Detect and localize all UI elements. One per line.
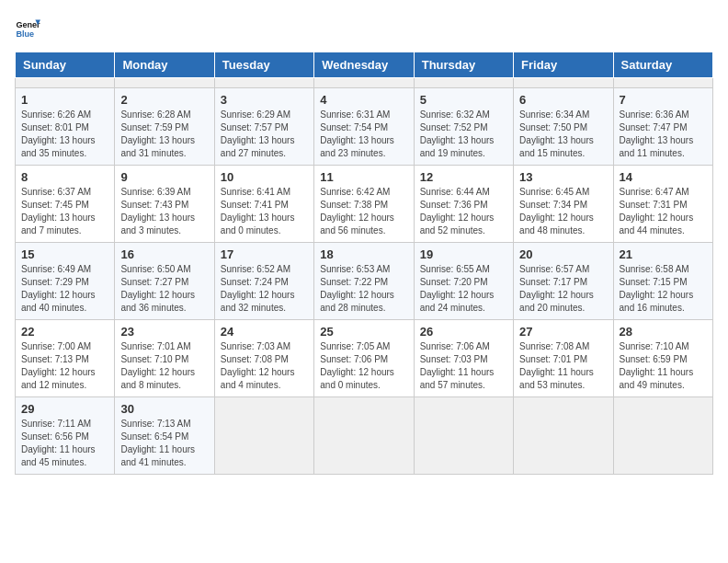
calendar-day-cell: [214, 397, 313, 475]
day-of-week-header: Friday: [514, 52, 613, 78]
calendar-day-cell: 13Sunrise: 6:45 AM Sunset: 7:34 PM Dayli…: [514, 166, 613, 243]
day-info: Sunrise: 6:28 AM Sunset: 7:59 PM Dayligh…: [120, 109, 208, 160]
calendar-day-cell: [16, 78, 115, 88]
day-info: Sunrise: 7:08 AM Sunset: 7:01 PM Dayligh…: [519, 340, 607, 392]
calendar-day-cell: [314, 78, 414, 88]
day-number: 20: [519, 247, 607, 261]
calendar-week-row: 22Sunrise: 7:00 AM Sunset: 7:13 PM Dayli…: [16, 320, 713, 397]
calendar-day-cell: 27Sunrise: 7:08 AM Sunset: 7:01 PM Dayli…: [514, 320, 613, 397]
calendar-day-cell: 4Sunrise: 6:31 AM Sunset: 7:54 PM Daylig…: [314, 88, 414, 166]
day-info: Sunrise: 6:55 AM Sunset: 7:20 PM Dayligh…: [420, 263, 507, 315]
day-info: Sunrise: 6:29 AM Sunset: 7:57 PM Dayligh…: [221, 109, 308, 160]
day-info: Sunrise: 6:37 AM Sunset: 7:45 PM Dayligh…: [21, 186, 108, 237]
day-number: 1: [21, 93, 108, 107]
calendar-day-cell: 9Sunrise: 6:39 AM Sunset: 7:43 PM Daylig…: [115, 166, 214, 243]
calendar-day-cell: 16Sunrise: 6:50 AM Sunset: 7:27 PM Dayli…: [115, 243, 214, 320]
day-info: Sunrise: 7:01 AM Sunset: 7:10 PM Dayligh…: [120, 340, 208, 392]
day-number: 17: [221, 247, 308, 261]
calendar-week-row: 8Sunrise: 6:37 AM Sunset: 7:45 PM Daylig…: [16, 166, 713, 243]
day-info: Sunrise: 6:34 AM Sunset: 7:50 PM Dayligh…: [519, 109, 607, 160]
calendar-day-cell: [414, 397, 513, 475]
day-of-week-header: Thursday: [414, 52, 513, 78]
day-info: Sunrise: 6:32 AM Sunset: 7:52 PM Dayligh…: [420, 109, 507, 160]
day-number: 24: [221, 325, 308, 339]
day-info: Sunrise: 6:53 AM Sunset: 7:22 PM Dayligh…: [320, 263, 407, 315]
calendar-day-cell: 20Sunrise: 6:57 AM Sunset: 7:17 PM Dayli…: [514, 243, 613, 320]
calendar: SundayMondayTuesdayWednesdayThursdayFrid…: [15, 52, 713, 475]
calendar-week-row: 1Sunrise: 6:26 AM Sunset: 8:01 PM Daylig…: [16, 88, 713, 166]
calendar-day-cell: 3Sunrise: 6:29 AM Sunset: 7:57 PM Daylig…: [214, 88, 313, 166]
day-of-week-header: Wednesday: [314, 52, 414, 78]
calendar-day-cell: 18Sunrise: 6:53 AM Sunset: 7:22 PM Dayli…: [314, 243, 414, 320]
day-info: Sunrise: 6:52 AM Sunset: 7:24 PM Dayligh…: [221, 263, 308, 315]
svg-text:Blue: Blue: [16, 29, 34, 39]
day-info: Sunrise: 6:42 AM Sunset: 7:38 PM Dayligh…: [320, 186, 407, 237]
calendar-week-row: 29Sunrise: 7:11 AM Sunset: 6:56 PM Dayli…: [16, 397, 713, 475]
calendar-day-cell: 25Sunrise: 7:05 AM Sunset: 7:06 PM Dayli…: [314, 320, 414, 397]
day-info: Sunrise: 6:45 AM Sunset: 7:34 PM Dayligh…: [519, 186, 607, 237]
day-of-week-header: Sunday: [16, 52, 115, 78]
calendar-day-cell: 10Sunrise: 6:41 AM Sunset: 7:41 PM Dayli…: [214, 166, 313, 243]
calendar-day-cell: 14Sunrise: 6:47 AM Sunset: 7:31 PM Dayli…: [613, 166, 712, 243]
calendar-day-cell: 12Sunrise: 6:44 AM Sunset: 7:36 PM Dayli…: [414, 166, 513, 243]
calendar-day-cell: 15Sunrise: 6:49 AM Sunset: 7:29 PM Dayli…: [16, 243, 115, 320]
day-number: 3: [221, 93, 308, 107]
day-info: Sunrise: 7:10 AM Sunset: 6:59 PM Dayligh…: [620, 340, 707, 392]
day-number: 14: [620, 170, 707, 184]
calendar-day-cell: 5Sunrise: 6:32 AM Sunset: 7:52 PM Daylig…: [414, 88, 513, 166]
day-number: 5: [420, 93, 507, 107]
day-number: 23: [120, 325, 208, 339]
day-info: Sunrise: 7:05 AM Sunset: 7:06 PM Dayligh…: [320, 340, 407, 392]
day-info: Sunrise: 6:26 AM Sunset: 8:01 PM Dayligh…: [21, 109, 108, 160]
calendar-day-cell: 1Sunrise: 6:26 AM Sunset: 8:01 PM Daylig…: [16, 88, 115, 166]
day-number: 13: [519, 170, 607, 184]
day-number: 28: [620, 325, 707, 339]
calendar-day-cell: 29Sunrise: 7:11 AM Sunset: 6:56 PM Dayli…: [16, 397, 115, 475]
calendar-day-cell: 6Sunrise: 6:34 AM Sunset: 7:50 PM Daylig…: [514, 88, 613, 166]
calendar-day-cell: 11Sunrise: 6:42 AM Sunset: 7:38 PM Dayli…: [314, 166, 414, 243]
calendar-day-cell: [115, 78, 214, 88]
day-number: 30: [120, 402, 208, 416]
calendar-day-cell: 22Sunrise: 7:00 AM Sunset: 7:13 PM Dayli…: [16, 320, 115, 397]
day-number: 15: [21, 247, 108, 261]
calendar-week-row: [16, 78, 713, 88]
day-info: Sunrise: 6:44 AM Sunset: 7:36 PM Dayligh…: [420, 186, 507, 237]
calendar-day-cell: 17Sunrise: 6:52 AM Sunset: 7:24 PM Dayli…: [214, 243, 313, 320]
day-info: Sunrise: 7:11 AM Sunset: 6:56 PM Dayligh…: [21, 418, 108, 469]
day-number: 18: [320, 247, 407, 261]
day-number: 11: [320, 170, 407, 184]
day-info: Sunrise: 7:03 AM Sunset: 7:08 PM Dayligh…: [221, 340, 308, 392]
day-number: 8: [21, 170, 108, 184]
calendar-header-row: SundayMondayTuesdayWednesdayThursdayFrid…: [16, 52, 713, 78]
calendar-day-cell: [514, 78, 613, 88]
day-info: Sunrise: 6:58 AM Sunset: 7:15 PM Dayligh…: [620, 263, 707, 315]
day-number: 29: [21, 402, 108, 416]
calendar-week-row: 15Sunrise: 6:49 AM Sunset: 7:29 PM Dayli…: [16, 243, 713, 320]
day-info: Sunrise: 6:39 AM Sunset: 7:43 PM Dayligh…: [120, 186, 208, 237]
day-number: 19: [420, 247, 507, 261]
day-number: 22: [21, 325, 108, 339]
calendar-day-cell: 7Sunrise: 6:36 AM Sunset: 7:47 PM Daylig…: [613, 88, 712, 166]
day-info: Sunrise: 6:41 AM Sunset: 7:41 PM Dayligh…: [221, 186, 308, 237]
day-of-week-header: Saturday: [613, 52, 712, 78]
calendar-day-cell: [314, 397, 414, 475]
day-info: Sunrise: 6:47 AM Sunset: 7:31 PM Dayligh…: [620, 186, 707, 237]
day-of-week-header: Monday: [115, 52, 214, 78]
calendar-day-cell: [414, 78, 513, 88]
day-info: Sunrise: 7:13 AM Sunset: 6:54 PM Dayligh…: [120, 418, 208, 469]
calendar-day-cell: [214, 78, 313, 88]
calendar-day-cell: 28Sunrise: 7:10 AM Sunset: 6:59 PM Dayli…: [613, 320, 712, 397]
day-info: Sunrise: 6:50 AM Sunset: 7:27 PM Dayligh…: [120, 263, 208, 315]
day-number: 27: [519, 325, 607, 339]
day-number: 2: [120, 93, 208, 107]
day-number: 21: [620, 247, 707, 261]
day-info: Sunrise: 6:57 AM Sunset: 7:17 PM Dayligh…: [519, 263, 607, 315]
calendar-day-cell: [514, 397, 613, 475]
day-info: Sunrise: 6:36 AM Sunset: 7:47 PM Dayligh…: [620, 109, 707, 160]
day-number: 4: [320, 93, 407, 107]
calendar-day-cell: 26Sunrise: 7:06 AM Sunset: 7:03 PM Dayli…: [414, 320, 513, 397]
logo-icon: General Blue: [15, 15, 40, 40]
day-info: Sunrise: 6:49 AM Sunset: 7:29 PM Dayligh…: [21, 263, 108, 315]
day-info: Sunrise: 7:06 AM Sunset: 7:03 PM Dayligh…: [420, 340, 507, 392]
calendar-day-cell: 21Sunrise: 6:58 AM Sunset: 7:15 PM Dayli…: [613, 243, 712, 320]
